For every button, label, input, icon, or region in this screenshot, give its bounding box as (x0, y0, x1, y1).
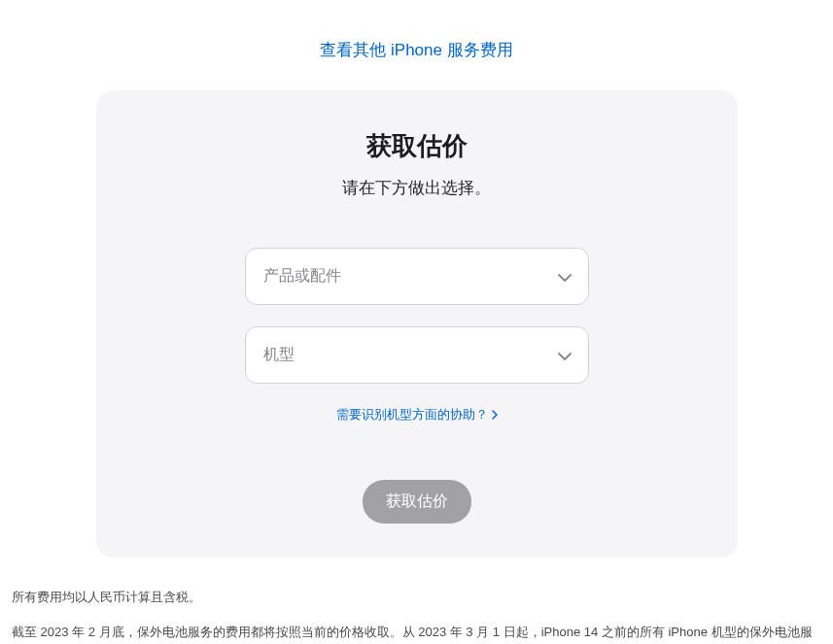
get-estimate-button[interactable]: 获取估价 (363, 480, 471, 524)
model-select[interactable]: 机型 (245, 326, 589, 384)
other-iphone-service-link[interactable]: 查看其他 iPhone 服务费用 (320, 41, 512, 59)
estimate-card: 获取估价 请在下方做出选择。 产品或配件 机型 需要识别机型方面的协助？ (96, 90, 738, 558)
model-select-placeholder: 机型 (263, 345, 295, 365)
identify-model-help-link[interactable]: 需要识别机型方面的协助？ (336, 406, 498, 424)
footer-note-2-text: 截至 2023 年 2 月底，保外电池服务的费用都将按照当前的价格收取。从 20… (12, 625, 813, 644)
card-subtitle: 请在下方做出选择。 (145, 177, 689, 199)
product-select[interactable]: 产品或配件 (245, 248, 589, 305)
product-select-placeholder: 产品或配件 (263, 266, 341, 287)
card-title: 获取估价 (145, 129, 689, 163)
footer-notes: 所有费用均以人民币计算且含税。 截至 2023 年 2 月底，保外电池服务的费用… (0, 558, 833, 644)
chevron-right-icon (492, 408, 498, 423)
footer-note-1: 所有费用均以人民币计算且含税。 (12, 587, 821, 608)
footer-note-2: 截至 2023 年 2 月底，保外电池服务的费用都将按照当前的价格收取。从 20… (12, 622, 821, 644)
help-link-label: 需要识别机型方面的协助？ (336, 406, 488, 424)
